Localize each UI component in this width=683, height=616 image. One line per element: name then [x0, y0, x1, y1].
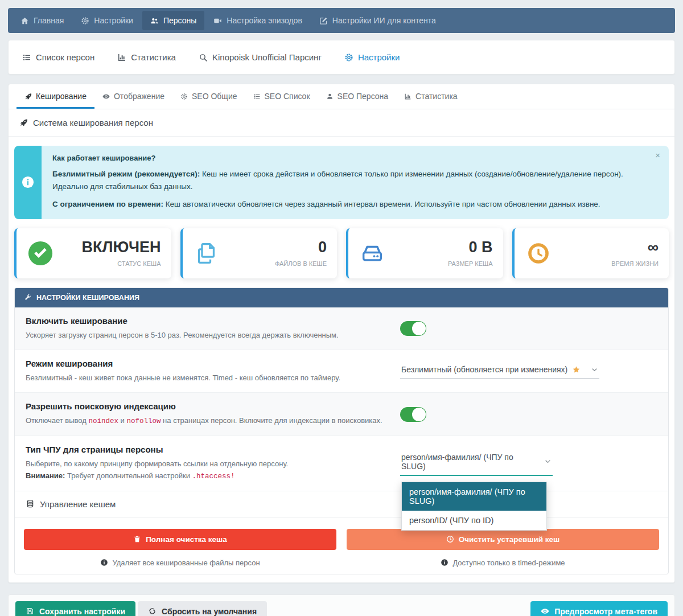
preview-meta-button[interactable]: Предпросмотр мета-тегов [530, 601, 668, 616]
url-type-select[interactable]: person/имя-фамилия/ (ЧПУ по SLUG) [400, 451, 553, 476]
bar-chart-icon [117, 53, 126, 62]
nav-item-persons[interactable]: Персоны [142, 11, 204, 30]
cache-mode-select[interactable]: Безлимитный (обновляется при изменениях) [400, 364, 599, 379]
search-indexing-toggle[interactable] [400, 407, 426, 422]
subnav-item-label: Список персон [36, 52, 94, 62]
tab-seo-list[interactable]: SEO Список [245, 84, 318, 109]
subnav-item-person-list[interactable]: Список персон [22, 52, 94, 62]
setting-row-enable-caching: Включить кеширование Ускоряет загрузку с… [15, 307, 668, 350]
edit-icon [319, 17, 328, 25]
alert-lead: С ограничением по времени: [52, 200, 163, 208]
floppy-save-icon [26, 607, 34, 615]
tab-display[interactable]: Отображение [94, 84, 172, 109]
bar-chart-icon [404, 93, 412, 100]
setting-row-cache-mode: Режим кеширования Безлимитный - кеш живе… [15, 350, 668, 393]
chevron-down-icon [591, 366, 598, 373]
subnav-item-settings[interactable]: Настройки [344, 52, 400, 62]
setting-label: Режим кеширования [26, 359, 383, 368]
gear-icon [81, 17, 89, 25]
button-label: Очистить устаревший кеш [459, 535, 560, 544]
subnav-item-label: Статистика [131, 52, 176, 62]
desc-text: Отключает вывод [26, 416, 88, 425]
cache-management-header: Управление кешем [15, 491, 668, 518]
button-label: Полная очистка кеша [146, 535, 227, 544]
clear-cache-button[interactable]: Полная очистка кеша [24, 529, 336, 550]
chevron-down-icon [544, 458, 552, 465]
clock-icon [525, 240, 552, 267]
cache-management-body: Полная очистка кеша Удаляет все кеширова… [15, 518, 668, 574]
stat-label: ФАЙЛОВ В КЕШЕ [220, 260, 327, 267]
info-icon [441, 558, 449, 566]
hdd-icon [359, 240, 386, 267]
tab-seo-general[interactable]: SEO Общие [172, 84, 245, 109]
stat-card-files-in-cache: 0 ФАЙЛОВ В КЕШЕ [180, 228, 338, 278]
eye-icon [102, 93, 110, 100]
tab-caching[interactable]: Кеширование [17, 84, 94, 109]
setting-warning: Внимание: Требует дополнительной настрой… [26, 470, 383, 482]
stat-card-cache-lifetime: ∞ ВРЕМЯ ЖИЗНИ [512, 228, 669, 278]
eye-icon [541, 607, 549, 615]
setting-label: Разрешить поисковую индексацию [26, 401, 383, 411]
settings-tabs: Кеширование Отображение SEO Общие SEO Сп… [9, 84, 674, 109]
database-icon [26, 499, 35, 508]
tab-label: SEO Общие [192, 92, 237, 101]
tab-statistics[interactable]: Статистика [396, 84, 466, 109]
tab-label: Кеширование [36, 92, 87, 101]
cache-management-title: Управление кешем [40, 499, 116, 509]
nav-item-label: Главная [34, 16, 64, 25]
panel-header: НАСТРОЙКИ КЕШИРОВАНИЯ [15, 288, 668, 307]
select-value: person/имя-фамилия/ (ЧПУ по SLUG) [401, 453, 540, 471]
nav-item-settings[interactable]: Настройки [73, 11, 141, 30]
clock-icon [446, 535, 454, 543]
url-type-select-wrap: person/имя-фамилия/ (ЧПУ по SLUG) person… [400, 451, 657, 476]
setting-description: Выберите, по какому принципу формировать… [26, 458, 383, 470]
stat-card-cache-status: ВКЛЮЧЕН СТАТУС КЕША [14, 228, 171, 278]
alert-title: Как работает кеширование? [52, 154, 649, 162]
copy-icon [193, 240, 220, 267]
tab-label: Статистика [415, 92, 458, 101]
rocket-icon [24, 93, 32, 100]
users-icon [150, 17, 159, 25]
warning-text: ! [231, 473, 235, 481]
subnav-item-kinopoisk-parser[interactable]: Kinopoisk Unofficial Парсинг [199, 52, 322, 62]
alert-body: Как работает кеширование? Безлимитный ре… [42, 146, 669, 219]
note-text: Доступно только в timed-режиме [452, 558, 565, 567]
nav-item-home[interactable]: Главная [13, 11, 72, 30]
stat-label: РАЗМЕР КЕША [386, 260, 493, 267]
tab-label: SEO Персона [338, 92, 389, 101]
alert-accent-strip [14, 146, 42, 219]
stat-label: СТАТУС КЕША [54, 260, 161, 267]
close-icon[interactable]: × [655, 151, 660, 159]
panel-title: НАСТРОЙКИ КЕШИРОВАНИЯ [36, 294, 139, 302]
warning-text: Требует дополнительной настройки [65, 471, 192, 480]
enable-caching-toggle[interactable] [400, 321, 426, 336]
nav-item-label: Настройка эпизодов [227, 16, 302, 25]
clear-old-cache-button[interactable]: Очистить устаревший кеш [347, 529, 659, 550]
sync-icon [148, 607, 157, 615]
info-alert: Как работает кеширование? Безлимитный ре… [14, 146, 669, 219]
tab-seo-person[interactable]: SEO Персона [318, 84, 397, 109]
stat-card-cache-size: 0 B РАЗМЕР КЕША [346, 228, 503, 278]
stat-value: ВКЛЮЧЕН [54, 240, 161, 255]
stat-cards: ВКЛЮЧЕН СТАТУС КЕША 0 ФАЙЛОВ В КЕШЕ 0 B … [14, 228, 669, 278]
subnav-item-statistics[interactable]: Статистика [117, 52, 176, 62]
main-card: Кеширование Отображение SEO Общие SEO Сп… [8, 84, 675, 583]
warning-lead: Внимание: [26, 471, 65, 480]
tab-label: Отображение [114, 92, 164, 101]
nav-item-episodes[interactable]: Настройка эпизодов [205, 11, 310, 30]
desc-text: на страницах персон. Включите для индекс… [161, 416, 382, 425]
nav-item-ai-settings[interactable]: Настройки ИИ для контента [311, 11, 444, 30]
toggle-knob [412, 408, 426, 421]
reset-defaults-button[interactable]: Сбросить на умолчания [138, 601, 267, 616]
toggle-knob [412, 322, 426, 335]
alert-text: Кеш автоматически обновляется через зада… [163, 200, 600, 208]
nav-item-label: Настройки [94, 16, 133, 25]
url-type-option-slug[interactable]: person/имя-фамилия/ (ЧПУ по SLUG) [402, 482, 546, 511]
alert-paragraph: Безлимитный режим (рекомендуется): Кеш н… [52, 168, 649, 194]
alert-lead: Безлимитный режим (рекомендуется): [52, 170, 200, 178]
setting-description: Отключает вывод noindex и nofollow на ст… [26, 415, 383, 427]
setting-row-search-indexing: Разрешить поисковую индексацию Отключает… [15, 393, 668, 436]
url-type-option-id[interactable]: person/ID/ (ЧПУ по ID) [402, 511, 546, 530]
save-settings-button[interactable]: Сохранить настройки [15, 601, 135, 616]
gear-icon [344, 53, 353, 62]
